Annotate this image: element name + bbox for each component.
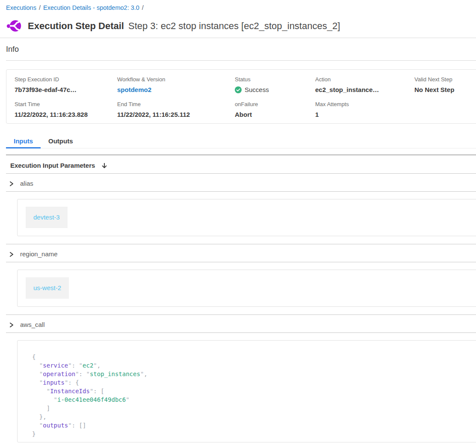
breadcrumb-link-executions[interactable]: Executions [6, 4, 36, 11]
field-max-attempts: Max Attempts 1 [315, 101, 414, 119]
field-start-time: Start Time 11/22/2022, 11:16:23.828 [15, 101, 117, 119]
field-label: End Time [117, 101, 235, 107]
field-label: Workflow & Version [117, 76, 235, 83]
chevron-right-icon[interactable] [9, 322, 14, 328]
tab-inputs[interactable]: Inputs [6, 134, 41, 148]
region-name-value-chip: us-west-2 [26, 277, 69, 299]
field-value: No Next Step [414, 86, 476, 94]
field-status: Status Success [235, 76, 315, 94]
step-info-card: Step Execution ID 7b73f93e-edaf-47c… Wor… [6, 69, 476, 124]
chevron-right-icon[interactable] [9, 252, 14, 257]
execution-input-parameters-title: Execution Input Parameters [10, 161, 95, 169]
breadcrumb-trailing-separator: / [142, 4, 144, 11]
download-arrow-icon[interactable] [101, 162, 108, 169]
workflow-link[interactable]: spotdemo2 [117, 86, 235, 94]
breadcrumb-separator: / [39, 4, 41, 11]
alias-value-panel: devtest-3 [17, 199, 476, 236]
row-divider [6, 191, 476, 192]
json-code: { "service": "ec2", "operation": "stop_i… [32, 353, 476, 438]
page-header: Execution Step Detail Step 3: ec2 stop i… [6, 19, 476, 33]
field-step-execution-id: Step Execution ID 7b73f93e-edaf-47c… [15, 76, 117, 94]
param-row-region-name[interactable]: region_name [0, 244, 476, 262]
page-subtitle: Step 3: ec2 stop instances [ec2_stop_ins… [128, 21, 340, 32]
field-label: Valid Next Step [414, 76, 476, 83]
field-label: Action [315, 76, 414, 83]
field-valid-next-step: Valid Next Step No Next Step [414, 76, 476, 94]
field-value: 1 [315, 110, 414, 119]
workflow-app-icon [6, 19, 22, 33]
field-action: Action ec2_stop_instance… [315, 76, 414, 94]
tab-outputs[interactable]: Outputs [41, 134, 81, 148]
field-end-time: End Time 11/22/2022, 11:16:25.112 [117, 101, 235, 119]
field-value: 11/22/2022, 11:16:25.112 [117, 110, 235, 119]
field-onfailure: onFailure Abort [235, 101, 315, 119]
chevron-right-icon[interactable] [9, 181, 14, 187]
alias-value-chip: devtest-3 [26, 207, 68, 228]
field-label: Start Time [15, 101, 117, 107]
title-divider [0, 38, 476, 38]
param-row-aws-call[interactable]: aws_call [0, 315, 476, 332]
region-name-value-panel: us-west-2 [17, 270, 476, 307]
execution-input-parameters-header: Execution Input Parameters [0, 155, 476, 173]
field-workflow-version: Workflow & Version spotdemo2 [117, 76, 235, 94]
param-name-region-name: region_name [20, 250, 58, 258]
breadcrumb: Executions / Execution Details - spotdem… [6, 4, 470, 11]
field-value: ec2_stop_instance… [315, 86, 414, 94]
success-check-icon [235, 86, 242, 93]
field-label: Step Execution ID [15, 76, 117, 83]
breadcrumb-link-execution-details[interactable]: Execution Details - spotdemo2: 3.0 [43, 4, 139, 11]
page-title: Execution Step Detail [28, 21, 124, 32]
field-label: Status [235, 76, 315, 83]
field-label: Max Attempts [315, 101, 414, 107]
info-divider [6, 60, 476, 61]
status-badge: Success [245, 86, 269, 94]
field-label: onFailure [235, 101, 315, 107]
row-divider [6, 332, 476, 333]
param-row-alias[interactable]: alias [0, 174, 476, 191]
field-value: 7b73f93e-edaf-47c… [15, 86, 117, 94]
field-value: Abort [235, 110, 315, 119]
field-value: 11/22/2022, 11:16:23.828 [15, 110, 117, 119]
param-name-aws-call: aws_call [20, 321, 45, 329]
info-section-heading: Info [6, 45, 476, 54]
inputs-outputs-tabs: Inputs Outputs [6, 134, 476, 148]
row-divider [6, 262, 476, 262]
param-name-alias: alias [20, 180, 33, 187]
aws-call-json-panel: { "service": "ec2", "operation": "stop_i… [17, 340, 476, 442]
